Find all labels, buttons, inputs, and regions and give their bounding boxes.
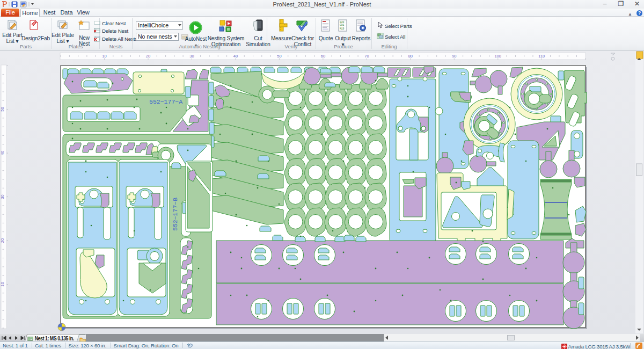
svg-text:100: 100 <box>495 54 502 59</box>
svg-text:40: 40 <box>233 54 238 59</box>
svg-text:G91: G91 <box>340 24 344 26</box>
svg-text:40: 40 <box>0 151 5 155</box>
svg-text:30: 30 <box>0 194 5 199</box>
svg-text:70: 70 <box>364 54 369 59</box>
svg-text:20: 20 <box>0 238 5 243</box>
svg-text:552−177−B: 552−177−B <box>172 198 179 231</box>
svg-text:552−177−A: 552−177−A <box>149 98 182 105</box>
svg-text:60: 60 <box>321 54 325 59</box>
svg-text:10: 10 <box>0 282 5 286</box>
svg-text:80: 80 <box>408 54 413 59</box>
svg-text:10: 10 <box>102 54 106 59</box>
svg-text:M19: M19 <box>340 27 344 30</box>
svg-text:30: 30 <box>189 54 194 59</box>
svg-text:110: 110 <box>538 54 545 59</box>
svg-text:20: 20 <box>146 54 150 59</box>
svg-text:90: 90 <box>452 54 456 59</box>
svg-text:50: 50 <box>0 107 5 111</box>
svg-text:50: 50 <box>277 54 281 59</box>
